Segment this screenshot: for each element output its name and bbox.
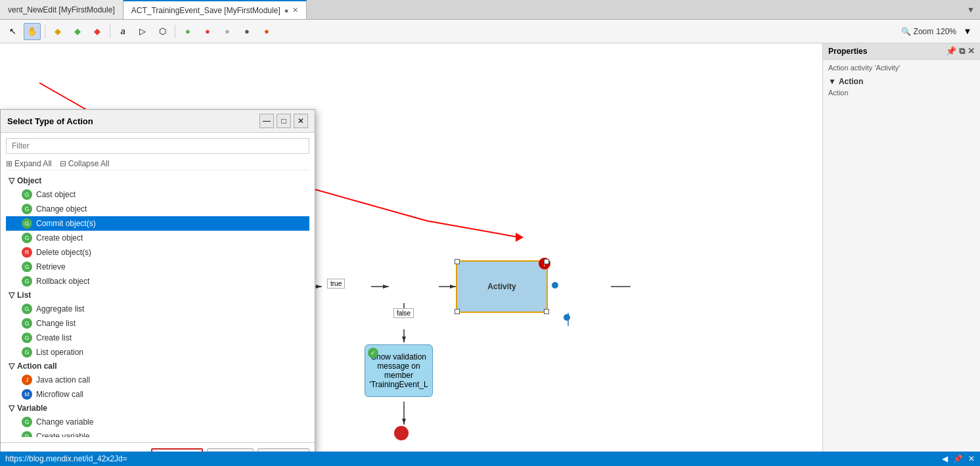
text-tool[interactable]: a xyxy=(114,23,131,40)
dialog-title: Select Type of Action xyxy=(7,116,259,126)
commit-object-label: Commit object(s) xyxy=(36,219,96,228)
separator-1 xyxy=(45,25,45,38)
category-object[interactable]: ▽ Object G Cast object G Change object xyxy=(6,174,309,289)
tab-close-btn[interactable]: ✕ xyxy=(292,6,298,14)
flow-tool[interactable]: ⬡ xyxy=(154,23,171,40)
item-java-action-call[interactable]: J Java action call xyxy=(6,373,309,387)
action-tree: ▽ Object G Cast object G Change object xyxy=(6,174,309,437)
dialog-body: ⊞ Expand All ⊟ Collapse All ▽ xyxy=(1,133,315,442)
item-create-object[interactable]: G Create object xyxy=(6,231,309,245)
microflow-call-icon: M xyxy=(22,389,32,400)
category-list[interactable]: ▽ List G Aggregate list G Change list xyxy=(6,289,309,360)
orange-circle-tool[interactable]: ● xyxy=(258,23,275,40)
create-object-icon: G xyxy=(22,233,32,243)
props-header: Properties 📌 ⧉ ✕ xyxy=(823,43,980,60)
diamond-green-tool[interactable]: ◆ xyxy=(69,23,86,40)
diamond-red-tool[interactable]: ◆ xyxy=(89,23,106,40)
props-section-action: ▼ Action Action xyxy=(828,77,975,98)
dark-circle-tool[interactable]: ● xyxy=(238,23,256,40)
props-close-btn[interactable]: ✕ xyxy=(968,46,975,57)
category-object-toggle: ▽ xyxy=(9,176,14,185)
green-circle-tool[interactable]: ● xyxy=(179,23,196,40)
category-object-header[interactable]: ▽ Object xyxy=(6,174,309,187)
item-retrieve[interactable]: G Retrieve xyxy=(6,260,309,274)
dialog-close[interactable]: ✕ xyxy=(294,114,308,128)
category-variable-toggle: ▽ xyxy=(9,404,14,413)
tab-1[interactable]: vent_NewEdit [MyFirstModule] xyxy=(0,0,123,19)
item-list-operation[interactable]: G List operation xyxy=(6,345,309,360)
item-microflow-call[interactable]: M Microflow call xyxy=(6,387,309,402)
aggregate-list-icon: G xyxy=(22,304,32,314)
category-list-header[interactable]: ▽ List xyxy=(6,289,309,302)
rollback-object-icon: G xyxy=(22,276,32,287)
change-list-label: Change list xyxy=(36,319,76,328)
tab-dropdown[interactable]: ▼ xyxy=(962,5,980,14)
separator-2 xyxy=(110,25,110,38)
item-commit-object[interactable]: G Commit object(s) xyxy=(6,216,309,231)
status-icon-1: ◀ xyxy=(942,454,948,463)
expand-bar: ⊞ Expand All ⊟ Collapse All xyxy=(6,158,309,170)
tab-2-label: ACT_TrainingEvent_Save [MyFirstModule] xyxy=(131,6,280,15)
canvas[interactable]: true ourses notempty false true startDat… xyxy=(0,43,822,452)
collapse-all-btn[interactable]: ⊟ Collapse All xyxy=(60,159,110,168)
zoom-control: 🔍 Zoom 120% ▼ xyxy=(901,23,976,40)
props-section-header: ▼ Action xyxy=(828,77,975,86)
tab-1-label: vent_NewEdit [MyFirstModule] xyxy=(8,5,115,14)
item-cast-object[interactable]: G Cast object xyxy=(6,187,309,202)
gray-circle-tool[interactable]: ● xyxy=(219,23,236,40)
collapse-all-icon: ⊟ xyxy=(60,159,66,168)
item-rollback-object[interactable]: G Rollback object xyxy=(6,274,309,289)
dialog-titlebar[interactable]: Select Type of Action — □ ✕ xyxy=(1,110,315,133)
props-action-row: Action xyxy=(828,87,975,98)
category-variable-header[interactable]: ▽ Variable xyxy=(6,402,309,415)
microflow-call-label: Microflow call xyxy=(36,390,83,399)
category-action-call-toggle: ▽ xyxy=(9,361,14,371)
item-create-list[interactable]: G Create list xyxy=(6,331,309,345)
retrieve-icon: G xyxy=(22,262,32,272)
item-create-variable[interactable]: G Create variable xyxy=(6,429,309,437)
dialog-maximize[interactable]: □ xyxy=(277,114,291,128)
item-delete-object[interactable]: R Delete object(s) xyxy=(6,245,309,260)
category-list-label: List xyxy=(17,291,31,300)
java-action-call-label: Java action call xyxy=(36,375,90,384)
category-variable-label: Variable xyxy=(17,404,47,413)
action-label: Action xyxy=(828,89,849,97)
section-title: Action xyxy=(839,77,863,86)
expand-all-btn[interactable]: ⊞ Expand All xyxy=(6,159,52,168)
dialog-minimize[interactable]: — xyxy=(259,114,274,128)
props-pin-btn[interactable]: 📌 xyxy=(946,46,956,57)
change-variable-icon: G xyxy=(22,417,32,427)
props-float-btn[interactable]: ⧉ xyxy=(959,46,965,57)
item-change-list[interactable]: G Change list xyxy=(6,316,309,331)
status-text: https://blog.mendix.net/id_42x2Jd= xyxy=(5,454,127,463)
status-icons: ◀ 📌 ✕ xyxy=(942,454,975,463)
category-action-call[interactable]: ▽ Action call J Java action call M Micro… xyxy=(6,360,309,402)
category-action-call-header[interactable]: ▽ Action call xyxy=(6,360,309,373)
select-button[interactable]: Select xyxy=(151,448,203,452)
category-object-label: Object xyxy=(17,176,41,185)
hand-tool[interactable]: ✋ xyxy=(24,23,41,40)
item-change-object[interactable]: G Change object xyxy=(6,202,309,216)
aggregate-list-label: Aggregate list xyxy=(36,304,84,314)
diamond-yellow-tool[interactable]: ◆ xyxy=(49,23,66,40)
none-button[interactable]: None xyxy=(207,448,254,452)
props-content: Action activity 'Activity' ▼ Action Acti… xyxy=(823,60,980,106)
item-aggregate-list[interactable]: G Aggregate list xyxy=(6,302,309,316)
create-variable-label: Create variable xyxy=(36,432,89,437)
change-variable-label: Change variable xyxy=(36,417,93,427)
tab-close-icon[interactable]: ● xyxy=(284,7,289,14)
filter-input[interactable] xyxy=(6,138,309,154)
expand-all-icon: ⊞ xyxy=(6,159,12,168)
item-change-variable[interactable]: G Change variable xyxy=(6,415,309,429)
cursor-tool[interactable]: ↖ xyxy=(4,23,21,40)
start-tool[interactable]: ▷ xyxy=(134,23,151,40)
dialog-overlay: Select Type of Action — □ ✕ ⊞ Expand All xyxy=(0,43,822,452)
red-circle-tool[interactable]: ● xyxy=(199,23,216,40)
tab-2[interactable]: ACT_TrainingEvent_Save [MyFirstModule] ●… xyxy=(123,0,307,19)
create-object-label: Create object xyxy=(36,233,83,243)
zoom-dropdown[interactable]: ▼ xyxy=(959,23,976,40)
delete-object-label: Delete object(s) xyxy=(36,248,91,257)
category-variable[interactable]: ▽ Variable G Change variable G Create va… xyxy=(6,402,309,437)
status-icon-3: ✕ xyxy=(968,454,975,463)
cancel-button[interactable]: Cancel xyxy=(257,448,309,452)
